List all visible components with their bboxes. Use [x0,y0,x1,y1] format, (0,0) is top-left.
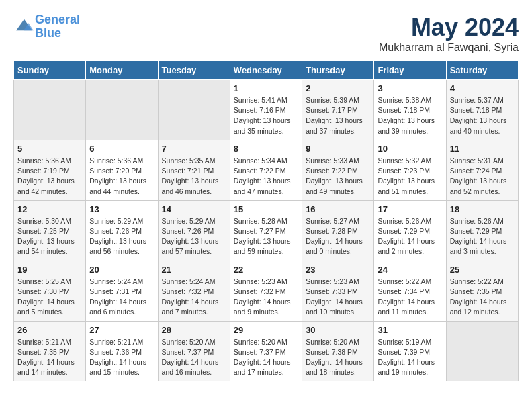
day-info: Sunrise: 5:25 AM Sunset: 7:30 PM Dayligh… [17,277,82,318]
day-number: 14 [162,204,226,214]
day-info: Sunrise: 5:29 AM Sunset: 7:26 PM Dayligh… [162,216,226,257]
weekday-header-friday: Friday [374,61,446,80]
calendar-cell: 22Sunrise: 5:23 AM Sunset: 7:32 PM Dayli… [230,261,302,321]
calendar-week-row: 12Sunrise: 5:30 AM Sunset: 7:25 PM Dayli… [14,200,519,261]
calendar-cell: 13Sunrise: 5:29 AM Sunset: 7:26 PM Dayli… [86,200,158,261]
calendar-cell: 7Sunrise: 5:35 AM Sunset: 7:21 PM Daylig… [158,140,230,200]
day-number: 13 [89,204,154,214]
calendar-cell: 4Sunrise: 5:37 AM Sunset: 7:18 PM Daylig… [446,80,518,140]
calendar-cell: 21Sunrise: 5:24 AM Sunset: 7:32 PM Dayli… [158,261,230,321]
day-number: 24 [378,265,442,275]
day-number: 15 [234,204,298,214]
day-number: 10 [378,144,442,154]
calendar-week-row: 26Sunrise: 5:21 AM Sunset: 7:35 PM Dayli… [14,321,519,381]
calendar-cell: 11Sunrise: 5:31 AM Sunset: 7:24 PM Dayli… [446,140,518,200]
calendar-cell: 27Sunrise: 5:21 AM Sunset: 7:36 PM Dayli… [86,321,158,381]
day-info: Sunrise: 5:36 AM Sunset: 7:19 PM Dayligh… [17,156,82,197]
day-info: Sunrise: 5:41 AM Sunset: 7:16 PM Dayligh… [234,95,298,136]
month-title: May 2024 [379,13,519,42]
day-info: Sunrise: 5:29 AM Sunset: 7:26 PM Dayligh… [89,216,154,257]
day-info: Sunrise: 5:27 AM Sunset: 7:28 PM Dayligh… [306,216,370,257]
day-info: Sunrise: 5:24 AM Sunset: 7:31 PM Dayligh… [89,277,154,318]
weekday-header-tuesday: Tuesday [158,61,230,80]
day-info: Sunrise: 5:36 AM Sunset: 7:20 PM Dayligh… [89,156,154,197]
day-number: 6 [89,144,154,154]
day-number: 30 [306,325,370,335]
logo: General Blue [13,13,80,40]
day-info: Sunrise: 5:30 AM Sunset: 7:25 PM Dayligh… [17,216,82,257]
calendar-cell: 16Sunrise: 5:27 AM Sunset: 7:28 PM Dayli… [302,200,374,261]
calendar-cell: 18Sunrise: 5:26 AM Sunset: 7:29 PM Dayli… [446,200,518,261]
day-number: 12 [17,204,82,214]
calendar-cell: 29Sunrise: 5:20 AM Sunset: 7:37 PM Dayli… [230,321,302,381]
calendar-table: SundayMondayTuesdayWednesdayThursdayFrid… [13,60,519,381]
calendar-cell: 6Sunrise: 5:36 AM Sunset: 7:20 PM Daylig… [86,140,158,200]
day-number: 8 [234,144,298,154]
calendar-cell: 30Sunrise: 5:20 AM Sunset: 7:38 PM Dayli… [302,321,374,381]
calendar-week-row: 5Sunrise: 5:36 AM Sunset: 7:19 PM Daylig… [14,140,519,200]
day-number: 22 [234,265,298,275]
calendar-cell [14,80,86,140]
day-info: Sunrise: 5:33 AM Sunset: 7:22 PM Dayligh… [306,156,370,197]
calendar-cell [158,80,230,140]
day-number: 4 [450,83,515,93]
calendar-cell [86,80,158,140]
day-info: Sunrise: 5:20 AM Sunset: 7:37 PM Dayligh… [234,337,298,378]
day-info: Sunrise: 5:20 AM Sunset: 7:38 PM Dayligh… [306,337,370,378]
logo-text: General Blue [35,13,80,40]
day-info: Sunrise: 5:37 AM Sunset: 7:18 PM Dayligh… [450,95,515,136]
calendar-cell: 24Sunrise: 5:22 AM Sunset: 7:34 PM Dayli… [374,261,446,321]
calendar-cell: 26Sunrise: 5:21 AM Sunset: 7:35 PM Dayli… [14,321,86,381]
calendar-cell: 9Sunrise: 5:33 AM Sunset: 7:22 PM Daylig… [302,140,374,200]
day-number: 16 [306,204,370,214]
calendar-cell [446,321,518,381]
calendar-cell: 17Sunrise: 5:26 AM Sunset: 7:29 PM Dayli… [374,200,446,261]
calendar-cell: 19Sunrise: 5:25 AM Sunset: 7:30 PM Dayli… [14,261,86,321]
day-number: 27 [89,325,154,335]
location-subtitle: Mukharram al Fawqani, Syria [379,42,519,54]
day-info: Sunrise: 5:19 AM Sunset: 7:39 PM Dayligh… [378,337,442,378]
day-info: Sunrise: 5:35 AM Sunset: 7:21 PM Dayligh… [162,156,226,197]
day-number: 5 [17,144,82,154]
day-number: 29 [234,325,298,335]
calendar-cell: 12Sunrise: 5:30 AM Sunset: 7:25 PM Dayli… [14,200,86,261]
day-info: Sunrise: 5:34 AM Sunset: 7:22 PM Dayligh… [234,156,298,197]
calendar-cell: 31Sunrise: 5:19 AM Sunset: 7:39 PM Dayli… [374,321,446,381]
day-info: Sunrise: 5:39 AM Sunset: 7:17 PM Dayligh… [306,95,370,136]
day-number: 25 [450,265,515,275]
calendar-cell: 14Sunrise: 5:29 AM Sunset: 7:26 PM Dayli… [158,200,230,261]
day-info: Sunrise: 5:26 AM Sunset: 7:29 PM Dayligh… [378,216,442,257]
day-number: 1 [234,83,298,93]
day-number: 17 [378,204,442,214]
day-info: Sunrise: 5:38 AM Sunset: 7:18 PM Dayligh… [378,95,442,136]
calendar-cell: 28Sunrise: 5:20 AM Sunset: 7:37 PM Dayli… [158,321,230,381]
calendar-cell: 23Sunrise: 5:23 AM Sunset: 7:33 PM Dayli… [302,261,374,321]
day-number: 18 [450,204,515,214]
day-number: 11 [450,144,515,154]
calendar-cell: 5Sunrise: 5:36 AM Sunset: 7:19 PM Daylig… [14,140,86,200]
day-info: Sunrise: 5:21 AM Sunset: 7:35 PM Dayligh… [17,337,82,378]
day-number: 3 [378,83,442,93]
weekday-header-wednesday: Wednesday [230,61,302,80]
logo-icon [15,18,34,33]
day-number: 23 [306,265,370,275]
day-info: Sunrise: 5:23 AM Sunset: 7:32 PM Dayligh… [234,277,298,318]
calendar-cell: 8Sunrise: 5:34 AM Sunset: 7:22 PM Daylig… [230,140,302,200]
title-area: May 2024 Mukharram al Fawqani, Syria [379,13,519,54]
calendar-cell: 10Sunrise: 5:32 AM Sunset: 7:23 PM Dayli… [374,140,446,200]
day-info: Sunrise: 5:26 AM Sunset: 7:29 PM Dayligh… [450,216,515,257]
calendar-week-row: 19Sunrise: 5:25 AM Sunset: 7:30 PM Dayli… [14,261,519,321]
weekday-header-thursday: Thursday [302,61,374,80]
day-info: Sunrise: 5:21 AM Sunset: 7:36 PM Dayligh… [89,337,154,378]
day-number: 20 [89,265,154,275]
calendar-cell: 2Sunrise: 5:39 AM Sunset: 7:17 PM Daylig… [302,80,374,140]
weekday-header-sunday: Sunday [14,61,86,80]
day-number: 7 [162,144,226,154]
calendar-cell: 1Sunrise: 5:41 AM Sunset: 7:16 PM Daylig… [230,80,302,140]
day-info: Sunrise: 5:28 AM Sunset: 7:27 PM Dayligh… [234,216,298,257]
day-number: 21 [162,265,226,275]
calendar-cell: 25Sunrise: 5:22 AM Sunset: 7:35 PM Dayli… [446,261,518,321]
day-info: Sunrise: 5:22 AM Sunset: 7:35 PM Dayligh… [450,277,515,318]
day-info: Sunrise: 5:24 AM Sunset: 7:32 PM Dayligh… [162,277,226,318]
day-number: 9 [306,144,370,154]
